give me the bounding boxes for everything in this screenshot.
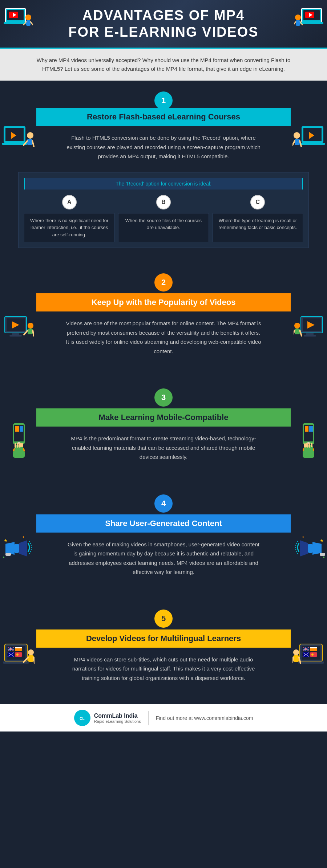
- svg-text:CL: CL: [80, 717, 84, 721]
- laptop-flash-left: [2, 123, 35, 155]
- svg-line-32: [292, 141, 295, 145]
- svg-rect-57: [15, 426, 19, 432]
- svg-rect-65: [13, 451, 25, 458]
- svg-line-33: [300, 141, 301, 146]
- section-1-right-icon: [291, 123, 327, 155]
- section-2-number: 2: [154, 273, 173, 292]
- svg-text:✦: ✦: [22, 535, 25, 539]
- section-1: 1 Restore Flash-based eLearning Courses …: [0, 81, 327, 262]
- monitor-video-left: [3, 315, 34, 344]
- option-a: A Where there is no significant need for…: [24, 195, 114, 243]
- svg-point-109: [28, 649, 34, 655]
- header: ADVANTAGES OF MP4 FOR E-LEARNING VIDEOS: [0, 0, 327, 49]
- footer-logo: CL CommLab India Rapid eLearning Solutio…: [74, 710, 141, 726]
- intro-box: Why are MP4 videos universally accepted?…: [0, 49, 327, 81]
- section-3-number: 3: [154, 388, 173, 407]
- section-4: 4 ★ ✦ ● Share User-Generated Content: [0, 484, 327, 599]
- option-b-letter: B: [156, 195, 171, 209]
- section-3-right-icon: [291, 421, 327, 458]
- svg-rect-81: [5, 553, 11, 556]
- section-4-left-icon: ★ ✦ ●: [0, 533, 36, 567]
- intro-text: Why are MP4 videos universally accepted?…: [29, 56, 298, 73]
- section-5-left-icon: [0, 642, 36, 678]
- header-title-line2: FOR E-LEARNING VIDEOS: [22, 24, 305, 41]
- svg-rect-31: [295, 139, 300, 145]
- svg-marker-80: [19, 540, 27, 557]
- option-c-letter: C: [250, 195, 265, 209]
- svg-text:★: ★: [4, 538, 8, 543]
- section-4-bar: Share User-Generated Content: [36, 514, 291, 533]
- section-2-right-icon: [291, 315, 327, 344]
- svg-text:✦: ✦: [302, 535, 304, 539]
- section-5-body: MP4 videos can store sub-titles, which c…: [36, 648, 291, 690]
- section-1-left-icon: [0, 123, 36, 155]
- laptop-flash-right: [292, 123, 325, 155]
- svg-marker-13: [309, 13, 312, 17]
- option-a-letter: A: [62, 195, 77, 209]
- svg-rect-74: [306, 443, 308, 448]
- svg-rect-75: [308, 443, 310, 448]
- section-2-left-icon: [0, 315, 36, 344]
- section-3-number-wrapper: 3: [0, 378, 327, 407]
- section-3: 3 Make: [0, 378, 327, 484]
- section-5-number-wrapper: 5: [0, 599, 327, 628]
- option-c: C Where the type of learning is recall o…: [213, 195, 303, 243]
- section-5-layout: Develop Videos for Multilingual Learners…: [0, 628, 327, 694]
- svg-point-130: [293, 649, 299, 655]
- footer-url: Find out more at www.commmlabindia.com: [156, 715, 253, 721]
- mobile-left: [3, 421, 34, 458]
- section-1-bar: Restore Flash-based eLearning Courses: [36, 108, 291, 126]
- record-option-box: The 'Record' option for conversion is id…: [18, 172, 309, 248]
- option-c-text: Where the type of learning is recall or …: [213, 213, 303, 242]
- footer-company-name: CommLab India: [94, 713, 141, 719]
- section-4-right-icon: ★ ✦ ●: [291, 533, 327, 567]
- section-2-content: Keep Up with the Popularity of Videos Vi…: [36, 295, 291, 363]
- svg-rect-10: [303, 10, 320, 20]
- svg-rect-63: [19, 443, 21, 448]
- section-5-right-icon: [291, 642, 327, 678]
- svg-line-112: [34, 657, 35, 663]
- svg-rect-41: [28, 329, 33, 334]
- svg-rect-73: [304, 443, 306, 448]
- svg-rect-12: [305, 12, 314, 18]
- footer: CL CommLab India Rapid eLearning Solutio…: [0, 704, 327, 732]
- svg-rect-38: [9, 335, 22, 337]
- svg-text:●: ●: [3, 555, 5, 559]
- svg-text:★: ★: [320, 538, 324, 543]
- section-2: 2 Keep Up with the Popularity of Videos: [0, 262, 327, 378]
- section-2-layout: Keep Up with the Popularity of Videos Vi…: [0, 292, 327, 367]
- section-2-number-wrapper: 2: [0, 262, 327, 292]
- svg-rect-37: [12, 333, 19, 335]
- svg-rect-110: [28, 655, 34, 662]
- section-3-content: Make Learning Mobile-Compatible MP4 is t…: [36, 410, 291, 469]
- svg-rect-48: [304, 335, 316, 337]
- section-4-layout: ★ ✦ ● Share User-Generated Content Given…: [0, 513, 327, 588]
- svg-rect-47: [306, 333, 314, 335]
- record-box-title: The 'Record' option for conversion is id…: [24, 178, 303, 190]
- header-title-line1: ADVANTAGES OF MP4: [22, 7, 305, 24]
- svg-marker-87: [300, 540, 308, 557]
- svg-rect-86: [308, 544, 312, 553]
- section-3-bar: Make Learning Mobile-Compatible: [36, 408, 291, 427]
- svg-point-30: [294, 132, 300, 139]
- svg-rect-3: [9, 12, 18, 18]
- multilingual-left: [2, 642, 35, 678]
- svg-rect-69: [305, 426, 308, 432]
- svg-rect-64: [21, 443, 23, 447]
- section-3-body: MP4 is the predominant format to create …: [36, 427, 291, 469]
- svg-marker-4: [13, 13, 16, 17]
- record-options: A Where there is no significant need for…: [24, 195, 303, 243]
- svg-point-40: [28, 323, 33, 329]
- section-1-layout: Restore Flash-based eLearning Courses Fl…: [0, 110, 327, 168]
- svg-line-52: [294, 330, 295, 335]
- section-3-layout: Make Learning Mobile-Compatible MP4 is t…: [0, 407, 327, 473]
- svg-rect-131: [293, 655, 299, 662]
- section-1-content: Restore Flash-based eLearning Courses Fl…: [36, 110, 291, 168]
- svg-point-50: [294, 323, 300, 329]
- section-1-number: 1: [154, 91, 173, 110]
- commlab-logo-svg: CL: [77, 713, 88, 724]
- section-1-number-wrapper: 1: [0, 81, 327, 110]
- svg-marker-85: [312, 542, 322, 555]
- section-2-body: Videos are one of the most popular forma…: [36, 311, 291, 363]
- option-b: B When the source files of the courses a…: [118, 195, 209, 243]
